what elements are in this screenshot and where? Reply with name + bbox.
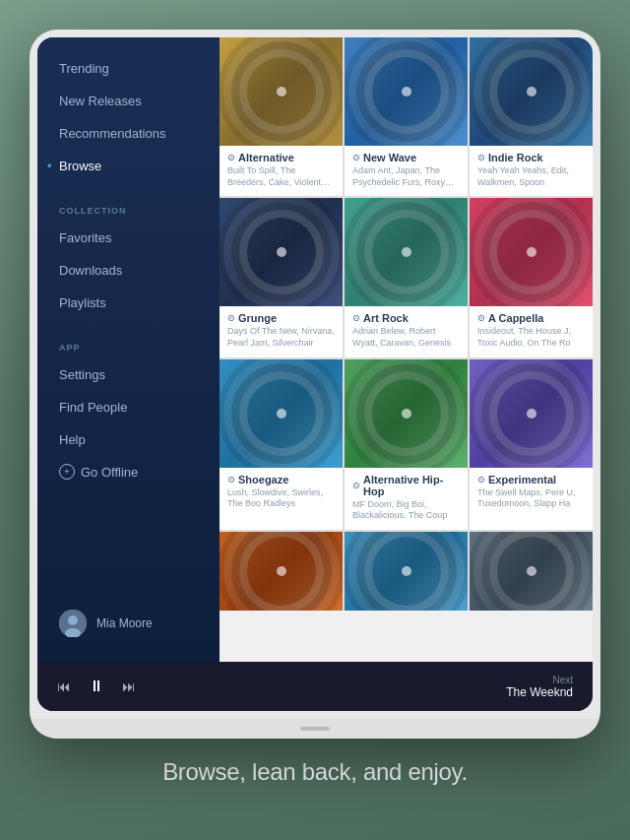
radio-icon: ⊙ (477, 313, 485, 323)
genre-artists-indie-rock: Yeah Yeah Yeahs, Edit, Walkmen, Spoon (477, 165, 585, 188)
tagline-section: Browse, lean back, and enjoy. (162, 739, 468, 801)
tablet-screen: Trending New Releases Recommendations Br… (37, 37, 593, 711)
home-indicator (30, 719, 600, 739)
genre-thumb-row4-3 (470, 532, 593, 611)
sidebar-item-find-people[interactable]: Find People (37, 391, 220, 423)
genre-card-experimental[interactable]: ⊙ExperimentalThe Swell Maps, Pere U, Tux… (470, 359, 593, 530)
sidebar-item-new-releases[interactable]: New Releases (37, 85, 220, 117)
genre-title-alternative: ⊙Alternative (227, 152, 335, 163)
tagline-text: Browse, lean back, and enjoy. (162, 758, 468, 786)
genre-info-indie-rock: ⊙Indie RockYeah Yeah Yeahs, Edit, Walkme… (470, 146, 593, 196)
player-bar: ⏮ ⏸ ⏭ Next The Weeknd (37, 662, 593, 711)
genre-thumb-alternative (220, 37, 343, 146)
genre-artists-new-wave: Adam Ant, Japan, The Psychedelic Furs, R… (352, 165, 460, 188)
sidebar-item-trending[interactable]: Trending (37, 52, 220, 85)
go-offline-button[interactable]: + Go Offline (37, 456, 220, 487)
tablet-frame: Trending New Releases Recommendations Br… (30, 30, 600, 739)
genre-card-row4-3[interactable] (470, 532, 593, 611)
genre-info-art-rock: ⊙Art RockAdrian Belew, Robert Wyatt, Car… (345, 306, 468, 356)
sidebar-item-playlists[interactable]: Playlists (37, 287, 220, 319)
genre-card-grunge[interactable]: ⊙GrungeDays Of The New, Nirvana, Pearl J… (220, 198, 343, 356)
genre-thumb-experimental (470, 359, 593, 468)
genre-thumb-new-wave (345, 37, 468, 146)
sidebar-item-downloads[interactable]: Downloads (37, 254, 220, 287)
play-pause-button[interactable]: ⏸ (89, 678, 104, 695)
genre-thumb-a-cappella (470, 198, 593, 306)
user-profile[interactable]: Mia Moore (37, 600, 220, 647)
sidebar-item-help[interactable]: Help (37, 423, 220, 456)
genre-card-shoegaze[interactable]: ⊙ShoegazeLush, Slowdive, Swirles, The Bo… (220, 359, 343, 530)
radio-icon: ⊙ (477, 153, 485, 162)
genre-info-experimental: ⊙ExperimentalThe Swell Maps, Pere U, Tux… (470, 468, 593, 518)
player-controls: ⏮ ⏸ ⏭ (57, 678, 136, 695)
sidebar-item-browse[interactable]: Browse (37, 150, 220, 182)
genre-title-experimental: ⊙Experimental (477, 474, 585, 485)
prev-button[interactable]: ⏮ (57, 678, 71, 694)
main-content: ⊙AlternativeBuilt To Spill, The Breeders… (220, 37, 593, 662)
genre-info-grunge: ⊙GrungeDays Of The New, Nirvana, Pearl J… (220, 306, 343, 356)
track-name: The Weeknd (506, 685, 573, 699)
genre-card-art-rock[interactable]: ⊙Art RockAdrian Belew, Robert Wyatt, Car… (345, 198, 468, 356)
app-section-label: APP (37, 329, 220, 358)
genre-thumb-row4-1 (220, 532, 343, 611)
next-button[interactable]: ⏭ (122, 678, 136, 694)
genre-card-new-wave[interactable]: ⊙New WaveAdam Ant, Japan, The Psychedeli… (345, 37, 468, 196)
radio-icon: ⊙ (227, 313, 235, 323)
genre-thumb-grunge (220, 198, 343, 306)
sidebar: Trending New Releases Recommendations Br… (37, 37, 220, 662)
genre-title-new-wave: ⊙New Wave (352, 152, 460, 163)
genre-grid: ⊙AlternativeBuilt To Spill, The Breeders… (220, 37, 593, 611)
genre-artists-alternative: Built To Spill, The Breeders, Cake, Viol… (227, 165, 335, 188)
genre-thumb-row4-2 (345, 532, 468, 611)
player-track-info: Next The Weeknd (506, 675, 573, 699)
genre-thumb-art-rock (345, 198, 468, 306)
genre-artists-art-rock: Adrian Belew, Robert Wyatt, Caravan, Gen… (352, 326, 460, 349)
genre-title-art-rock: ⊙Art Rock (352, 312, 460, 324)
genre-title-indie-rock: ⊙Indie Rock (477, 152, 585, 163)
genre-title-alt-hip-hop: ⊙Alternative Hip-Hop (352, 474, 460, 497)
avatar (59, 610, 87, 637)
genre-card-indie-rock[interactable]: ⊙Indie RockYeah Yeah Yeahs, Edit, Walkme… (470, 37, 593, 196)
genre-card-alternative[interactable]: ⊙AlternativeBuilt To Spill, The Breeders… (220, 37, 343, 196)
genre-thumb-alt-hip-hop (345, 359, 468, 468)
genre-info-alt-hip-hop: ⊙Alternative Hip-HopMF Doom, Big Boi, Bl… (345, 468, 468, 530)
genre-artists-experimental: The Swell Maps, Pere U, Tuxedomoon, Slap… (477, 487, 585, 510)
genre-info-alternative: ⊙AlternativeBuilt To Spill, The Breeders… (220, 146, 343, 196)
sidebar-item-favorites[interactable]: Favorites (37, 222, 220, 254)
collection-section-label: COLLECTION (37, 192, 220, 222)
genre-artists-grunge: Days Of The New, Nirvana, Pearl Jam, Sil… (227, 326, 335, 349)
genre-card-row4-1[interactable] (220, 532, 343, 611)
sidebar-item-recommendations[interactable]: Recommendations (37, 117, 220, 150)
app-container: Trending New Releases Recommendations Br… (37, 37, 593, 662)
radio-icon: ⊙ (352, 481, 360, 490)
genre-info-new-wave: ⊙New WaveAdam Ant, Japan, The Psychedeli… (345, 146, 468, 196)
genre-card-alt-hip-hop[interactable]: ⊙Alternative Hip-HopMF Doom, Big Boi, Bl… (345, 359, 468, 530)
genre-title-grunge: ⊙Grunge (227, 312, 335, 324)
genre-title-a-cappella: ⊙A Cappella (477, 312, 585, 324)
genre-info-a-cappella: ⊙A CappellaInsideout, The House J, Toxic… (470, 306, 593, 356)
genre-artists-a-cappella: Insideout, The House J, Toxic Audio, On … (477, 326, 585, 349)
radio-icon: ⊙ (227, 475, 235, 485)
radio-icon: ⊙ (227, 153, 235, 162)
home-dot (300, 727, 330, 731)
genre-artists-alt-hip-hop: MF Doom, Big Boi, Blackalicious, The Cou… (352, 499, 460, 522)
genre-card-row4-2[interactable] (345, 532, 468, 611)
sidebar-item-settings[interactable]: Settings (37, 358, 220, 391)
genre-info-shoegaze: ⊙ShoegazeLush, Slowdive, Swirles, The Bo… (220, 468, 343, 518)
user-name: Mia Moore (96, 616, 153, 630)
genre-thumb-shoegaze (220, 359, 343, 468)
genre-title-shoegaze: ⊙Shoegaze (227, 474, 335, 485)
genre-card-a-cappella[interactable]: ⊙A CappellaInsideout, The House J, Toxic… (470, 198, 593, 356)
svg-point-1 (68, 615, 78, 625)
genre-artists-shoegaze: Lush, Slowdive, Swirles, The Boo Radleys (227, 487, 335, 510)
genre-thumb-indie-rock (470, 37, 593, 146)
go-offline-icon: + (59, 464, 75, 480)
track-next-label: Next (506, 675, 573, 685)
radio-icon: ⊙ (477, 475, 485, 485)
radio-icon: ⊙ (352, 153, 360, 162)
radio-icon: ⊙ (352, 313, 360, 323)
